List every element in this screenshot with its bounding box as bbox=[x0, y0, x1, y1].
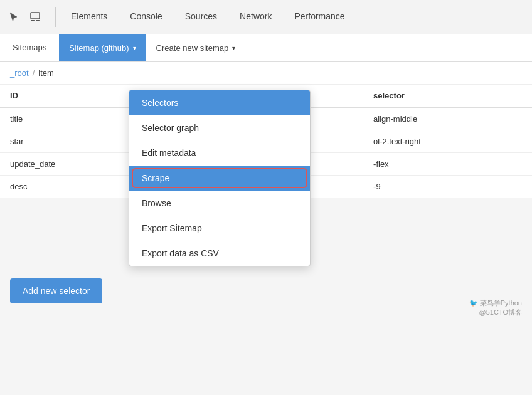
svg-rect-2 bbox=[36, 20, 40, 21]
breadcrumb-separator: / bbox=[33, 68, 35, 78]
watermark-line2: @51CTO博客 bbox=[469, 308, 522, 317]
cell-selector-title: align-middle bbox=[363, 107, 532, 130]
sitemap-toolbar: Sitemaps Sitemap (github) ▾ Create new s… bbox=[0, 34, 532, 62]
dropdown-item-scrape[interactable]: Scrape bbox=[129, 166, 310, 191]
watermark-line1: 🐦 菜鸟学Python bbox=[469, 298, 522, 308]
add-selector-button[interactable]: Add new selector bbox=[10, 278, 102, 303]
breadcrumb-current: item bbox=[38, 68, 54, 78]
svg-rect-1 bbox=[31, 20, 35, 21]
create-sitemap-arrow: ▾ bbox=[232, 45, 235, 51]
dropdown-item-browse[interactable]: Browse bbox=[129, 191, 310, 216]
devtools-icons bbox=[5, 8, 44, 26]
tab-performance[interactable]: Performance bbox=[283, 0, 356, 34]
dropdown-item-selectors[interactable]: Selectors bbox=[129, 90, 310, 115]
cell-selector-update: -flex bbox=[363, 153, 532, 176]
col-header-selector: selector bbox=[363, 85, 532, 107]
dropdown-item-selector-graph[interactable]: Selector graph bbox=[129, 115, 310, 140]
cell-empty-8 bbox=[313, 130, 363, 153]
cell-empty-16 bbox=[313, 176, 363, 198]
cell-empty-12 bbox=[313, 153, 363, 176]
create-sitemap-label: Create new sitemap bbox=[156, 43, 229, 53]
sitemap-github-arrow: ▾ bbox=[133, 45, 136, 51]
dropdown-item-export-sitemap[interactable]: Export Sitemap bbox=[129, 216, 310, 241]
element-picker-icon[interactable] bbox=[26, 8, 44, 26]
sitemap-github-label: Sitemap (github) bbox=[69, 43, 129, 53]
cell-empty-4 bbox=[313, 107, 363, 130]
dropdown-item-edit-metadata[interactable]: Edit metadata bbox=[129, 140, 310, 166]
toolbar-divider bbox=[55, 7, 56, 27]
main-wrapper: _root / item ID selector title bbox=[0, 62, 532, 324]
devtools-tabs: Elements Console Sources Network Perform… bbox=[60, 0, 356, 34]
tab-sources[interactable]: Sources bbox=[174, 0, 228, 34]
breadcrumb-root[interactable]: _root bbox=[10, 68, 29, 78]
cell-selector-star: ol-2.text-right bbox=[363, 130, 532, 153]
create-sitemap-button[interactable]: Create new sitemap ▾ bbox=[146, 34, 246, 61]
dropdown-menu: Selectors Selector graph Edit metadata S… bbox=[129, 90, 311, 266]
sitemaps-tab[interactable]: Sitemaps bbox=[0, 34, 59, 61]
devtools-toolbar: Elements Console Sources Network Perform… bbox=[0, 0, 532, 34]
watermark: 🐦 菜鸟学Python @51CTO博客 bbox=[469, 298, 522, 317]
svg-rect-0 bbox=[31, 13, 40, 19]
tab-elements[interactable]: Elements bbox=[60, 0, 119, 34]
tab-network[interactable]: Network bbox=[228, 0, 283, 34]
dropdown-item-export-csv[interactable]: Export data as CSV bbox=[129, 241, 310, 266]
cell-selector-desc: -9 bbox=[363, 176, 532, 198]
col-header-parent bbox=[313, 85, 363, 107]
tab-console[interactable]: Console bbox=[119, 0, 173, 34]
cursor-icon[interactable] bbox=[5, 8, 23, 26]
breadcrumb: _root / item bbox=[0, 62, 532, 85]
sitemap-github-dropdown[interactable]: Sitemap (github) ▾ bbox=[59, 34, 146, 61]
